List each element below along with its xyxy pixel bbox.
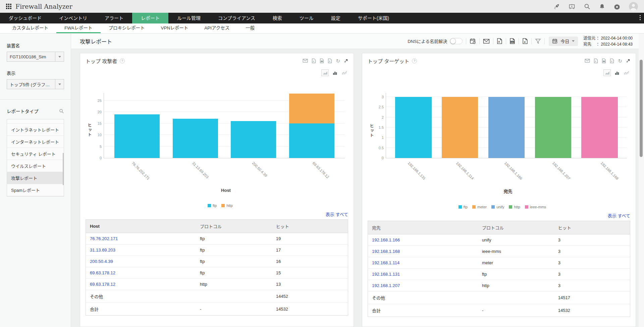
bell-icon[interactable] <box>599 3 605 10</box>
dns-resolve-toggle[interactable] <box>450 38 463 44</box>
legend-item[interactable]: ftp <box>208 204 217 208</box>
ip-link[interactable]: 69.63.178.12 <box>90 282 115 287</box>
table-row: 192.168.1.166unify3 <box>368 234 630 246</box>
subnav-tab[interactable]: VPNレポート <box>153 23 197 33</box>
nav-tab[interactable]: ツール <box>291 13 322 23</box>
bar-ftp[interactable] <box>289 123 334 158</box>
report-type-item[interactable]: ウイルスレポート <box>7 160 64 172</box>
date-range-picker[interactable]: 今日 <box>549 37 578 46</box>
page-scrollbar[interactable] <box>639 34 644 327</box>
y-tick-label: 0 <box>100 156 102 160</box>
bar-unify[interactable] <box>488 97 525 158</box>
report-type-item[interactable]: Spamレポート <box>7 184 64 196</box>
bar-ftp[interactable] <box>395 97 431 158</box>
schedule-report-icon[interactable] <box>470 38 476 44</box>
help-icon[interactable]: ? <box>120 58 125 63</box>
report-type-item[interactable]: イントラネットレポート <box>7 124 64 136</box>
legend-item[interactable]: http <box>221 204 232 208</box>
filter-icon[interactable] <box>535 38 541 44</box>
pdf-icon[interactable]: A <box>312 58 316 63</box>
csv-icon[interactable] <box>602 58 606 63</box>
app-grid-icon[interactable] <box>6 4 11 9</box>
device-select[interactable]: FGT100D186_Sim <box>7 52 64 62</box>
ip-link[interactable]: 200.50.4.39 <box>90 259 113 264</box>
nav-tab[interactable]: ダッシュボード <box>0 13 50 23</box>
ip-link[interactable]: 31.13.69.203 <box>90 248 115 253</box>
subnav-tab[interactable]: APIアクセス <box>196 23 237 33</box>
nav-tab[interactable]: コンプライアンス <box>209 13 264 23</box>
bar-meter[interactable] <box>442 97 478 158</box>
email-icon[interactable] <box>483 39 490 44</box>
ip-link[interactable]: 69.63.178.12 <box>90 270 115 275</box>
subnav-tab[interactable]: 一般 <box>237 23 263 33</box>
search-icon[interactable] <box>59 109 64 114</box>
csv-export-icon[interactable]: csv <box>509 38 515 44</box>
nav-tab[interactable]: インベントリ <box>50 13 96 23</box>
area-chart-icon[interactable] <box>321 69 329 76</box>
ip-link[interactable]: 192.168.1.168 <box>372 249 400 254</box>
presentation-icon[interactable] <box>569 3 575 10</box>
table-cell: 192.168.1.207 <box>368 280 478 291</box>
subnav-tab[interactable]: FWAレポート <box>56 23 101 33</box>
excel-icon[interactable]: x <box>610 58 614 63</box>
ip-link[interactable]: 192.168.1.131 <box>372 272 400 277</box>
x-axis-labels: 76.76.202.17131.13.69.203200.50.4.3969.6… <box>104 158 345 188</box>
view-select[interactable]: トップ5件 (グラフとテ... <box>7 79 64 89</box>
email-icon[interactable] <box>303 59 308 63</box>
help-icon[interactable]: ? <box>412 58 417 63</box>
pdf-icon[interactable]: A <box>594 58 598 63</box>
scrollbar-thumb[interactable] <box>640 60 643 157</box>
nav-tab[interactable]: サポート(米国) <box>349 13 398 23</box>
pdf-export-icon[interactable]: A <box>497 38 502 44</box>
report-type-item[interactable]: 攻撃レポート <box>7 172 64 184</box>
show-all-link[interactable]: 表示 すべて <box>608 213 630 218</box>
rocket-icon[interactable] <box>553 3 560 10</box>
nav-tab[interactable]: 検索 <box>264 13 291 23</box>
report-type-item[interactable]: インターネットレポート <box>7 136 64 148</box>
refresh-icon[interactable]: ↻ <box>336 58 340 63</box>
subnav-tab[interactable]: カスタムレポート <box>4 23 56 33</box>
bar-http[interactable] <box>289 94 334 123</box>
table-row: 合計-14532 <box>86 303 348 316</box>
bar-http[interactable] <box>535 97 571 158</box>
bar-chart-icon[interactable] <box>613 69 621 76</box>
bar-chart-icon[interactable] <box>331 69 338 76</box>
csv-icon[interactable] <box>320 58 324 63</box>
ip-link[interactable]: 192.168.1.114 <box>372 260 399 265</box>
nav-tab[interactable]: ルール管理 <box>168 13 209 23</box>
search-icon[interactable] <box>584 3 590 10</box>
legend-item[interactable]: ieee-mms <box>525 205 546 209</box>
show-all-link[interactable]: 表示 すべて <box>326 212 348 217</box>
bar-ftp[interactable] <box>114 114 160 158</box>
ip-link[interactable]: 192.168.1.207 <box>372 283 400 288</box>
nav-tab[interactable]: 設定 <box>322 13 349 23</box>
line-chart-icon[interactable] <box>341 69 348 76</box>
gear-icon[interactable] <box>614 3 620 10</box>
list-scrollbar-thumb[interactable] <box>63 153 64 185</box>
legend-item[interactable]: ftp <box>459 205 468 209</box>
excel-export-icon[interactable]: x <box>522 38 528 44</box>
svg-text:x: x <box>329 60 330 62</box>
nav-tab[interactable]: レポート <box>132 13 168 23</box>
bar-ieee-mms[interactable] <box>581 97 618 158</box>
legend-item[interactable]: meter <box>472 205 487 209</box>
expand-icon[interactable] <box>626 59 630 63</box>
refresh-icon[interactable]: ↻ <box>618 58 622 63</box>
nav-tab[interactable]: アラート <box>96 13 132 23</box>
more-menu-icon[interactable] <box>640 15 641 20</box>
email-icon[interactable] <box>585 59 590 63</box>
bar-ftp[interactable] <box>231 121 276 158</box>
ip-link[interactable]: 76.76.202.171 <box>90 236 118 241</box>
report-type-item[interactable]: セキュリティ レポート <box>7 148 64 160</box>
excel-icon[interactable]: x <box>328 58 332 63</box>
user-avatar[interactable] <box>629 2 638 11</box>
legend-item[interactable]: unify <box>491 205 504 209</box>
report-type-item-partial[interactable] <box>7 119 64 124</box>
bar-ftp[interactable] <box>173 119 218 158</box>
ip-link[interactable]: 192.168.1.166 <box>372 237 400 242</box>
subnav-tab[interactable]: プロキシレポート <box>101 23 153 33</box>
area-chart-icon[interactable] <box>603 69 611 76</box>
expand-icon[interactable] <box>344 59 348 63</box>
legend-item[interactable]: http <box>509 205 520 209</box>
line-chart-icon[interactable] <box>623 69 630 76</box>
